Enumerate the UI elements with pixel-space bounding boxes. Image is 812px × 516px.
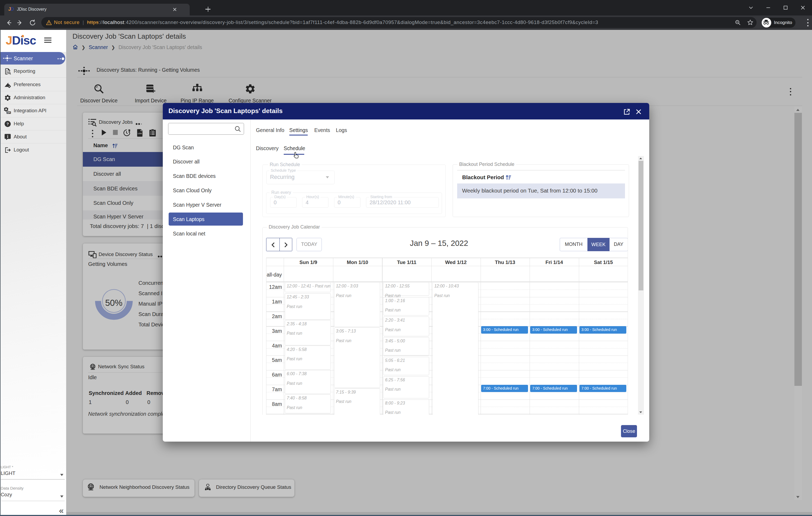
svg-text:API: API: [7, 111, 10, 114]
svg-text:?: ?: [6, 122, 9, 126]
